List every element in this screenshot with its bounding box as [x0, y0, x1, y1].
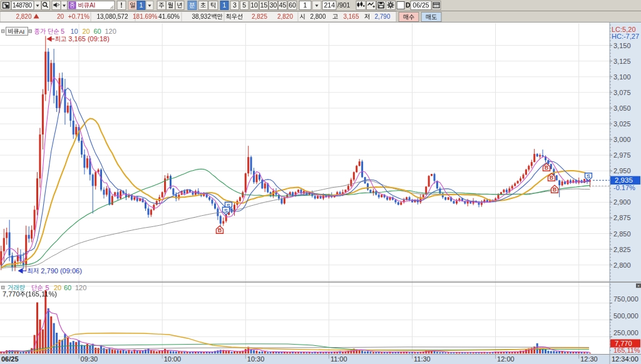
svg-text:×: × — [637, 284, 640, 288]
svg-text:148780: 148780 — [13, 2, 32, 9]
svg-text:B: B — [550, 174, 554, 181]
svg-text:B: B — [545, 164, 549, 171]
svg-text:-0.17%: -0.17% — [613, 184, 635, 191]
svg-text:41.60%: 41.60% — [158, 13, 180, 20]
svg-text:750,000: 750,000 — [613, 295, 638, 303]
svg-text:S: S — [587, 173, 590, 179]
svg-text:3,165 (09:18): 3,165 (09:18) — [66, 35, 110, 43]
svg-text:2,825: 2,825 — [613, 246, 631, 253]
svg-text:3,150: 3,150 — [613, 42, 631, 49]
svg-text:D: D — [406, 1, 411, 9]
svg-text:3,125: 3,125 — [613, 58, 631, 65]
svg-text:3,025: 3,025 — [613, 120, 631, 128]
svg-text:60: 60 — [289, 1, 296, 9]
svg-text:30: 30 — [270, 1, 277, 9]
svg-text:(165,11%): (165,11%) — [26, 290, 57, 298]
svg-text:+0.71%: +0.71% — [68, 13, 90, 20]
svg-text:11:00: 11:00 — [331, 355, 347, 363]
svg-text:10:00: 10:00 — [164, 355, 182, 363]
svg-text:2,950: 2,950 — [613, 167, 631, 174]
svg-text:2,825: 2,825 — [252, 13, 267, 20]
svg-text:S: S — [224, 208, 228, 214]
svg-text:B: B — [218, 227, 222, 233]
svg-text:2,975: 2,975 — [613, 151, 631, 159]
svg-text:10:30: 10:30 — [247, 355, 265, 363]
svg-text:10: 10 — [71, 28, 78, 35]
svg-text:2,790: 2,790 — [374, 13, 390, 20]
svg-text:1: 1 — [304, 1, 307, 9]
svg-text:5: 5 — [61, 28, 64, 35]
svg-text:/901: /901 — [337, 1, 351, 9]
svg-text:1: 1 — [140, 1, 143, 9]
svg-text:3: 3 — [233, 1, 237, 9]
svg-text:3,165: 3,165 — [343, 13, 359, 20]
svg-text:09:30: 09:30 — [81, 355, 98, 363]
svg-text:2,900: 2,900 — [613, 198, 631, 206]
svg-text:2,875: 2,875 — [613, 214, 631, 221]
svg-text:06/25: 06/25 — [1, 355, 19, 363]
svg-text:5: 5 — [242, 1, 246, 9]
svg-text:20: 20 — [57, 13, 64, 20]
svg-text:3,050: 3,050 — [613, 104, 631, 112]
svg-text:7,770: 7,770 — [615, 340, 632, 347]
svg-text:12:34:00: 12:34:00 — [612, 355, 638, 363]
svg-text:60: 60 — [64, 284, 71, 291]
svg-text:7,770: 7,770 — [3, 290, 20, 298]
svg-text:12:00: 12:00 — [497, 355, 515, 363]
svg-text:3,100: 3,100 — [613, 73, 631, 81]
svg-text:13,080,572: 13,080,572 — [96, 13, 128, 20]
svg-text:10: 10 — [250, 1, 258, 9]
svg-text:11:30: 11:30 — [414, 355, 431, 363]
svg-text:20: 20 — [83, 28, 90, 35]
svg-text:AI: AI — [90, 2, 95, 9]
svg-text:2,820: 2,820 — [16, 13, 31, 20]
svg-text:12:30: 12:30 — [580, 355, 598, 363]
svg-text:250,000: 250,000 — [613, 329, 638, 336]
svg-text:06/25: 06/25 — [413, 1, 429, 9]
svg-text:2,850: 2,850 — [613, 230, 631, 238]
svg-text:B: B — [553, 186, 557, 193]
svg-text:45: 45 — [279, 1, 287, 9]
svg-text:3,075: 3,075 — [613, 89, 631, 96]
svg-text:!: ! — [120, 1, 123, 9]
svg-text:2,820: 2,820 — [277, 13, 293, 20]
svg-text:2,800: 2,800 — [310, 13, 326, 20]
svg-text:120: 120 — [75, 284, 86, 291]
svg-text:2,790 (09:06): 2,790 (09:06) — [39, 267, 82, 275]
svg-text:38,932: 38,932 — [192, 13, 211, 20]
svg-text:3,000: 3,000 — [613, 136, 631, 143]
svg-text:AI: AI — [19, 28, 24, 35]
svg-text:HC:-7,27: HC:-7,27 — [612, 33, 639, 40]
svg-text:181.69%: 181.69% — [133, 13, 158, 20]
svg-text:120: 120 — [105, 28, 116, 35]
svg-text:1: 1 — [223, 1, 227, 9]
svg-text:500,000: 500,000 — [613, 312, 638, 320]
svg-text:2,935: 2,935 — [615, 176, 633, 184]
svg-text:60: 60 — [94, 28, 101, 35]
svg-text:214: 214 — [324, 1, 335, 9]
svg-text:15: 15 — [260, 1, 268, 9]
svg-text:2,800: 2,800 — [613, 261, 631, 269]
svg-text:165,11%: 165,11% — [613, 346, 640, 354]
